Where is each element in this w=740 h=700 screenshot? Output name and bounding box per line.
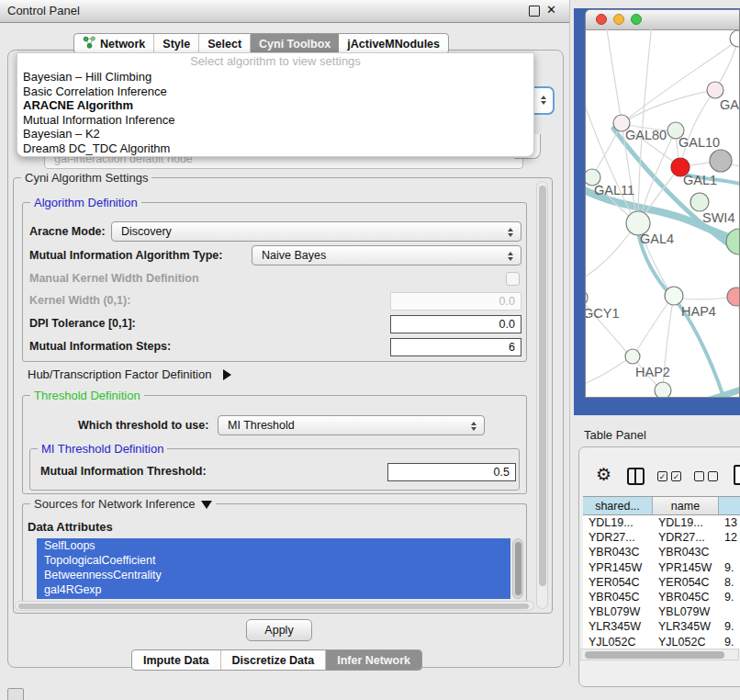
settings-vertical-scrollbar-thumb[interactable]: [539, 186, 546, 586]
control-panel-titlebar[interactable]: Control Panel ✕: [0, 0, 569, 23]
hub-tf-section-toggle[interactable]: Hub/Transcription Factor Definition: [28, 366, 231, 380]
attribute-list-item[interactable]: BetweennessCentrality: [37, 568, 510, 582]
table-cell: YJL052C: [583, 635, 653, 649]
network-edge[interactable]: [624, 90, 715, 122]
settings-horizontal-scrollbar[interactable]: [15, 601, 534, 611]
close-traffic-light[interactable]: [596, 14, 607, 25]
network-edge[interactable]: [641, 132, 675, 215]
threshold-definition-title: Threshold Definition: [30, 389, 144, 402]
attribute-list-item[interactable]: SelfLoops: [37, 538, 510, 553]
table-horizontal-scrollbar[interactable]: [580, 649, 739, 660]
attributes-list-scrollbar[interactable]: [512, 538, 523, 599]
page-icon[interactable]: [734, 465, 740, 485]
minimized-panel-stub[interactable]: [7, 688, 24, 700]
table-row[interactable]: YBR045CYBR045C9.: [583, 590, 740, 604]
algorithm-option[interactable]: Bayesian – K2: [17, 127, 533, 141]
tab-discretize-data[interactable]: Discretize Data: [221, 650, 327, 670]
tab-select[interactable]: Select: [199, 34, 251, 53]
unchecked-checkbox-icon[interactable]: [694, 471, 704, 481]
minimize-traffic-light[interactable]: [613, 14, 624, 25]
table-horizontal-scrollbar-thumb[interactable]: [585, 651, 724, 659]
tab-impute-data[interactable]: Impute Data: [132, 650, 221, 670]
split-view-icon[interactable]: [627, 468, 645, 485]
table-row[interactable]: YDL19...YDL19...13: [583, 515, 740, 530]
network-node-y[interactable]: [727, 288, 740, 306]
table-cell: YLR345W: [583, 619, 653, 634]
network-edge[interactable]: [678, 298, 729, 299]
combo-stepper-icon[interactable]: [538, 93, 549, 107]
network-node[interactable]: [710, 150, 732, 172]
table-row[interactable]: YER054CYER054C8.: [583, 575, 740, 590]
network-edge[interactable]: [635, 299, 671, 353]
table-cell: 9.: [719, 619, 740, 634]
checked-checkbox-icon[interactable]: ✓: [671, 471, 681, 481]
close-panel-icon[interactable]: ✕: [546, 3, 556, 17]
tab-network[interactable]: Network: [74, 34, 154, 53]
apply-button[interactable]: Apply: [246, 619, 312, 641]
tab-infer-network[interactable]: Infer Network: [326, 650, 421, 670]
mi-type-label: Mutual Information Algorithm Type:: [29, 249, 222, 262]
mi-type-combo[interactable]: Naive Bayes: [252, 245, 521, 265]
algorithm-option[interactable]: Dream8 DC_TDC Algorithm: [17, 141, 533, 156]
network-node-gcy1[interactable]: [586, 289, 588, 306]
tab-jactivemnodules[interactable]: jActiveMNodules: [339, 34, 448, 53]
network-node[interactable]: [726, 229, 740, 254]
kernel-width-input[interactable]: 0.0: [390, 292, 521, 310]
node-label: GAL: [720, 97, 740, 112]
combo-stepper-icon[interactable]: [505, 225, 516, 240]
column-header-shared[interactable]: shared...: [583, 496, 653, 515]
expand-arrow-icon[interactable]: [201, 501, 212, 509]
combo-stepper-icon[interactable]: [505, 249, 516, 264]
column-header-a[interactable]: A: [719, 496, 740, 515]
algorithm-option[interactable]: Basic Correlation Inference: [17, 85, 533, 99]
unchecked-checkbox-icon[interactable]: [708, 471, 718, 481]
manual-kernel-label: Manual Kernel Width Definition: [29, 272, 199, 285]
collapse-arrow-icon[interactable]: [223, 369, 231, 380]
which-threshold-combo[interactable]: MI Threshold: [218, 415, 485, 435]
attributes-list-scrollbar-thumb[interactable]: [515, 542, 521, 595]
network-node-hap4[interactable]: [665, 287, 683, 305]
float-panel-icon[interactable]: [529, 6, 540, 17]
mi-steps-input[interactable]: 6: [390, 338, 521, 356]
tab-style[interactable]: Style: [154, 34, 199, 53]
algorithm-option[interactable]: Mutual Information Inference: [17, 113, 533, 128]
manual-kernel-checkbox[interactable]: [506, 272, 520, 286]
dpi-tolerance-input[interactable]: 0.0: [390, 315, 521, 333]
table-cell: YER054C: [653, 575, 719, 590]
aracne-mode-combo[interactable]: Discovery: [111, 221, 521, 242]
settings-vertical-scrollbar[interactable]: [536, 181, 548, 609]
network-edge[interactable]: [586, 358, 629, 388]
gear-icon[interactable]: ⚙: [596, 464, 611, 485]
attribute-list-item[interactable]: TopologicalCoefficient: [37, 553, 510, 568]
table-row[interactable]: YLR345WYLR345W9.: [583, 619, 740, 634]
network-canvas[interactable]: GALGAL80GAL10GAL1GAL11SWI4GAL4GCY1HAP4YH…: [586, 29, 740, 398]
network-node-swi4[interactable]: [690, 193, 709, 211]
algorithm-option[interactable]: ARACNE Algorithm: [17, 98, 533, 113]
checked-checkbox-icon[interactable]: ✓: [657, 471, 667, 481]
sources-group-title-row[interactable]: Sources for Network Inference: [30, 497, 216, 511]
network-edge[interactable]: [681, 92, 713, 164]
table-row[interactable]: YBR043CYBR043C: [583, 545, 740, 559]
network-edge[interactable]: [593, 125, 621, 175]
algorithm-option[interactable]: Bayesian – Hill Climbing: [17, 70, 533, 85]
attribute-list-item[interactable]: gal4RGexp: [37, 582, 510, 597]
column-header-name[interactable]: name: [653, 496, 719, 515]
table-row[interactable]: YDR27...YDR27...12: [583, 530, 740, 545]
network-edge[interactable]: [586, 225, 635, 285]
zoom-traffic-light[interactable]: [631, 14, 642, 25]
mi-threshold-input[interactable]: 0.5: [387, 463, 516, 481]
table-row[interactable]: YJL052CYJL052C9.: [583, 635, 740, 649]
aracne-mode-value: Discovery: [121, 225, 172, 238]
network-node-hap2[interactable]: [625, 349, 640, 364]
network-node-gal[interactable]: [707, 82, 723, 98]
table-cell: YBL079W: [653, 604, 719, 619]
network-node[interactable]: [655, 382, 671, 398]
combo-stepper-icon[interactable]: [468, 419, 479, 434]
mi-threshold-value: 0.5: [494, 466, 510, 479]
table-row[interactable]: YBL079WYBL079W: [583, 604, 740, 619]
settings-horizontal-scrollbar-thumb[interactable]: [18, 604, 529, 609]
network-window-titlebar[interactable]: [586, 10, 740, 30]
which-threshold-label: Which threshold to use:: [78, 419, 208, 432]
table-row[interactable]: YPR145WYPR145W9.: [583, 560, 740, 575]
tab-cyni-toolbox[interactable]: Cyni Toolbox: [251, 34, 339, 53]
